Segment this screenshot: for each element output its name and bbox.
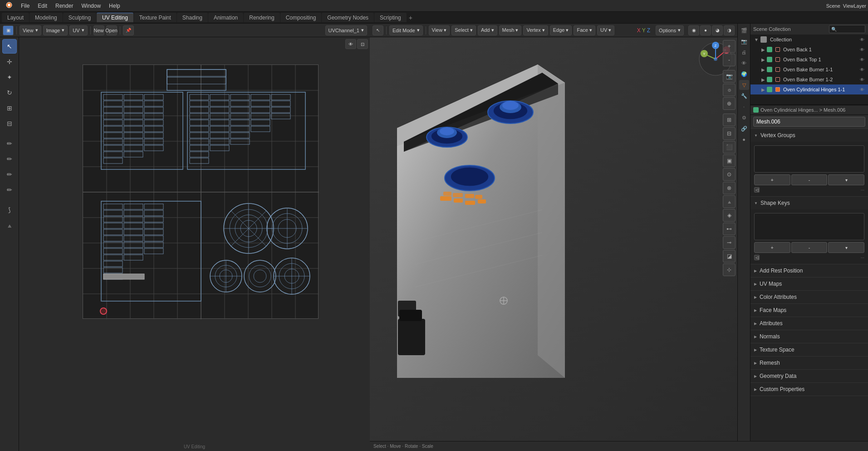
outliner-item-burner-1[interactable]: ▶ Oven Bake Burner 1-1 👁 — [750, 64, 868, 74]
prop-icon-output[interactable]: 🖨 — [739, 47, 749, 57]
tab-rendering[interactable]: Rendering — [244, 13, 280, 22]
prop-icon-world[interactable]: 🌍 — [739, 69, 749, 79]
menu-blender[interactable] — [2, 0, 16, 11]
shape-keys-header[interactable]: ▼ Shape Keys — [750, 197, 868, 209]
sk-misc-btn[interactable]: ▾ — [828, 242, 864, 253]
tool-annotate-poly[interactable]: ✏ — [2, 167, 17, 182]
uv-mode-select-btn[interactable]: ▣ — [3, 25, 14, 35]
render-btn[interactable]: ◑ — [724, 25, 735, 35]
prop-icon-modifier[interactable]: 🔧 — [739, 91, 749, 101]
tab-scripting[interactable]: Scripting — [374, 13, 407, 22]
prop-icon-render[interactable]: 📷 — [739, 36, 749, 46]
add-rest-position-header[interactable]: ▶ Add Rest Position — [750, 264, 868, 277]
select-dropdown[interactable]: Select ▾ — [451, 25, 476, 35]
face-maps-header[interactable]: ▶ Face Maps — [750, 304, 868, 317]
prop-icon-constraints[interactable]: 🔗 — [739, 124, 749, 134]
tab-compositing[interactable]: Compositing — [280, 13, 322, 22]
vertex-group-list[interactable] — [754, 145, 864, 173]
vg-add-btn[interactable]: + — [754, 174, 790, 185]
tab-animation[interactable]: Animation — [208, 13, 243, 22]
prop-icon-object-data[interactable]: ▽ — [739, 80, 749, 90]
tab-sculpting[interactable]: Sculpting — [63, 13, 96, 22]
3d-viewport[interactable]: ↖ Edit Mode ▾ View ▾ Select ▾ Add ▾ Mesh… — [370, 24, 737, 441]
prop-icon-particle[interactable]: · — [739, 102, 749, 112]
vertex-groups-header[interactable]: ▼ Vertex Groups — [750, 129, 868, 142]
add-workspace-btn[interactable]: + — [409, 14, 412, 21]
texture-space-header[interactable]: ▶ Texture Space — [750, 343, 868, 356]
tool-move[interactable]: ✦ — [2, 70, 17, 84]
viewport-side-tool-3[interactable]: ⬛ — [723, 141, 736, 154]
viewport-zoom-in[interactable]: + — [723, 40, 736, 53]
tool-rotate[interactable]: ↻ — [2, 85, 17, 100]
uv-maps-header[interactable]: ▶ UV Maps — [750, 278, 868, 290]
prop-icon-scene[interactable]: 🎬 — [739, 25, 749, 35]
ob-eye-3[interactable]: 👁 — [860, 67, 864, 72]
viewport-side-tool-1[interactable]: ⊞ — [723, 114, 736, 126]
tool-relax[interactable]: ⟁ — [2, 218, 17, 233]
tool-cursor[interactable]: ✛ — [2, 55, 17, 69]
pin-btn[interactable]: 📌 — [123, 25, 134, 35]
viewport-overlay[interactable]: ⊕ — [723, 97, 736, 110]
viewport-side-tool-10[interactable]: ⊸ — [723, 236, 736, 249]
prop-icon-view[interactable]: 👁 — [739, 58, 749, 68]
outliner-item-burner-2[interactable]: ▶ Oven Bake Burner 1-2 👁 — [750, 74, 868, 84]
channel-dropdown[interactable]: UVChannel_1 ▾ — [325, 25, 368, 35]
vg-ctrl-1[interactable]: ◁ — [754, 187, 760, 193]
viewport-tool-select[interactable]: ↖ — [373, 25, 383, 35]
tool-annotate[interactable]: ✏ — [2, 136, 17, 151]
ob-eye-5[interactable]: 👁 — [860, 87, 864, 92]
menu-window[interactable]: Window — [78, 2, 104, 10]
open-image-btn[interactable]: Open — [106, 25, 117, 35]
options-dropdown[interactable]: Options ▾ — [656, 25, 684, 35]
viewport-side-tool-9[interactable]: ⊷ — [723, 223, 736, 235]
viewport-side-tool-4[interactable]: ▣ — [723, 154, 736, 167]
shape-key-list[interactable] — [754, 213, 864, 240]
viewport-local[interactable]: ⌾ — [723, 84, 736, 96]
viewport-side-tool-6[interactable]: ⊗ — [723, 182, 736, 194]
tab-uv-editing[interactable]: UV Editing — [97, 13, 133, 22]
solid-btn[interactable]: ● — [700, 25, 711, 35]
sk-remove-btn[interactable]: - — [791, 242, 828, 253]
viewport-camera[interactable]: 📷 — [723, 70, 736, 83]
menu-edit[interactable]: Edit — [34, 2, 51, 10]
tab-shading[interactable]: Shading — [177, 13, 208, 22]
tab-modeling[interactable]: Modeling — [29, 13, 63, 22]
menu-file[interactable]: File — [17, 2, 33, 10]
menu-render[interactable]: Render — [52, 2, 77, 10]
attributes-header[interactable]: ▶ Attributes — [750, 317, 868, 330]
normals-header[interactable]: ▶ Normals — [750, 330, 868, 343]
vg-misc-btn[interactable]: ▾ — [828, 174, 864, 185]
ob-eye-1[interactable]: 👁 — [860, 47, 864, 52]
material-btn[interactable]: ◕ — [712, 25, 723, 35]
overlay-toggle-btn[interactable]: 👁 — [345, 39, 356, 49]
view-menu-btn[interactable]: View ▾ — [20, 25, 41, 35]
new-image-btn[interactable]: New — [93, 25, 104, 35]
prop-icon-material[interactable]: ● — [739, 134, 749, 144]
edit-mode-dropdown[interactable]: Edit Mode ▾ — [389, 25, 423, 35]
outliner-item-collection[interactable]: ▼ Collection 👁 — [750, 35, 868, 45]
outliner-item-hinges[interactable]: ▶ Oven Cylindrical Hinges 1-1 👁 — [750, 84, 868, 94]
custom-properties-header[interactable]: ▶ Custom Properties — [750, 383, 868, 396]
add-dropdown[interactable]: Add ▾ — [478, 25, 497, 35]
tool-transform[interactable]: ⊟ — [2, 116, 17, 131]
viewport-side-tool-7[interactable]: ⟁ — [723, 195, 736, 208]
viewport-side-tool-11[interactable]: ◪ — [723, 250, 736, 263]
edge-dropdown[interactable]: Edge ▾ — [550, 25, 572, 35]
3d-scene[interactable] — [370, 37, 737, 441]
tab-texture-paint[interactable]: Texture Paint — [134, 13, 177, 22]
prop-icon-physics[interactable]: ⚙ — [739, 113, 749, 123]
ob-eye-4[interactable]: 👁 — [860, 77, 864, 82]
prop-sections-scroll[interactable]: ▼ Vertex Groups + - ▾ — [750, 129, 868, 441]
tab-layout[interactable]: Layout — [2, 13, 29, 22]
outliner-item-oven-back[interactable]: ▶ Oven Back 1 👁 — [750, 45, 868, 55]
tab-geometry-nodes[interactable]: Geometry Nodes — [322, 13, 374, 22]
menu-help[interactable]: Help — [105, 2, 124, 10]
wireframe-btn[interactable]: ◉ — [688, 25, 699, 35]
sk-add-btn[interactable]: + — [754, 242, 790, 253]
viewport-side-tool-12[interactable]: ⊹ — [723, 263, 736, 276]
tool-selector[interactable]: ↖ — [2, 39, 17, 54]
mesh-name-input[interactable] — [753, 117, 865, 127]
mesh-dropdown[interactable]: Mesh ▾ — [499, 25, 522, 35]
geometry-data-header[interactable]: ▶ Geometry Data — [750, 370, 868, 382]
uv-viewport[interactable]: UV Editing 👁 ⊡ — [19, 37, 370, 451]
